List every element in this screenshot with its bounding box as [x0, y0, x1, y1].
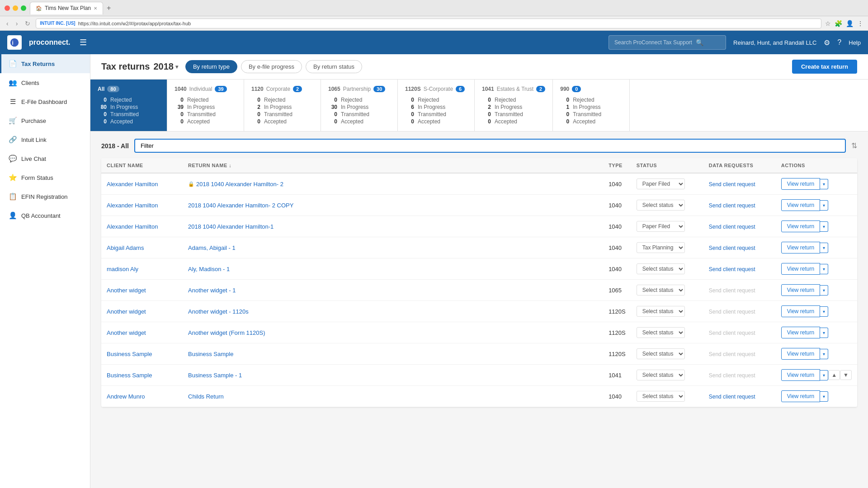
settings-icon[interactable]: ⚙ — [824, 38, 830, 47]
status-select[interactable]: Select statusSelect statusPaper FiledTax… — [637, 200, 685, 211]
view-return-dropdown-button[interactable]: ▾ — [820, 285, 828, 296]
client-link[interactable]: Alexander Hamilton — [107, 181, 158, 188]
return-name-link[interactable]: Another widget (Form 1120S) — [188, 329, 598, 336]
view-return-dropdown-button[interactable]: ▾ — [820, 391, 828, 402]
sidebar-item-efile-dashboard[interactable]: ☰E-File Dashboard — [0, 92, 90, 111]
view-return-button[interactable]: View return — [781, 221, 820, 232]
status-select[interactable]: Select statusSelect statusPaper FiledTax… — [637, 327, 685, 338]
client-link[interactable]: Alexander Hamilton — [107, 202, 158, 209]
create-tax-return-button[interactable]: Create tax return — [792, 60, 857, 74]
status-select[interactable]: Select statusSelect statusPaper FiledTax… — [637, 263, 685, 274]
view-return-button[interactable]: View return — [781, 263, 820, 275]
send-client-request-link[interactable]: Send client request — [709, 181, 755, 188]
view-return-button[interactable]: View return — [781, 390, 820, 402]
view-return-dropdown-button[interactable]: ▾ — [820, 328, 828, 338]
status-select[interactable]: Select statusPaper FiledTax PlanningIn P… — [637, 221, 685, 232]
sidebar-item-form-status[interactable]: ⭐Form Status — [0, 168, 90, 187]
extension-icon[interactable]: 🧩 — [835, 20, 842, 27]
help-button[interactable]: Help — [849, 39, 861, 46]
browser-tab[interactable]: 🏠 Tims New Tax Plan ✕ — [30, 2, 103, 14]
send-client-request-link[interactable]: Send client request — [709, 224, 755, 230]
view-return-dropdown-button[interactable]: ▾ — [820, 243, 828, 253]
send-client-request-link[interactable]: Send client request — [709, 266, 755, 272]
return-name-link[interactable]: Business Sample - 1 — [188, 372, 598, 379]
send-client-request-link[interactable]: Send client request — [709, 202, 755, 209]
client-link[interactable]: Business Sample — [107, 351, 152, 357]
summary-card-1065[interactable]: 1065 Partnership 30 0 Rejected 30 In Pro… — [321, 80, 398, 131]
return-name-link[interactable]: Another widget - 1 — [188, 287, 598, 294]
minimize-dot[interactable] — [13, 5, 18, 11]
view-return-dropdown-button[interactable]: ▾ — [820, 200, 828, 211]
client-link[interactable]: Another widget — [107, 287, 146, 294]
summary-card-1040[interactable]: 1040 Individual 39 0 Rejected 39 In Prog… — [167, 80, 244, 131]
year-dropdown-button[interactable]: 2018 ▾ — [153, 61, 178, 72]
view-return-dropdown-button[interactable]: ▾ — [820, 264, 828, 274]
scroll-down-button[interactable]: ▼ — [840, 370, 852, 380]
status-select[interactable]: Select statusSelect statusPaper FiledTax… — [637, 306, 685, 317]
client-link[interactable]: Another widget — [107, 329, 146, 336]
view-return-button[interactable]: View return — [781, 199, 820, 211]
filter-input[interactable] — [134, 139, 846, 153]
return-name-link[interactable]: 2018 1040 Alexander Hamilton-1 — [188, 223, 598, 230]
view-return-button[interactable]: View return — [781, 369, 820, 381]
forward-button[interactable]: › — [14, 19, 20, 28]
view-return-button[interactable]: View return — [781, 305, 820, 317]
view-return-dropdown-button[interactable]: ▾ — [820, 306, 828, 317]
return-name-link[interactable]: Adams, Abigail - 1 — [188, 244, 598, 251]
new-tab-button[interactable]: + — [107, 4, 111, 12]
search-icon[interactable]: 🔍 — [696, 39, 703, 46]
send-client-request-link[interactable]: Send client request — [709, 394, 755, 400]
client-link[interactable]: madison Aly — [107, 266, 138, 272]
filter-tab-by-return-status[interactable]: By return status — [306, 60, 362, 73]
view-return-dropdown-button[interactable]: ▾ — [820, 179, 828, 189]
status-select[interactable]: Select statusSelect statusPaper FiledTax… — [637, 370, 685, 380]
view-return-button[interactable]: View return — [781, 327, 820, 338]
hamburger-button[interactable]: ☰ — [80, 38, 87, 47]
view-return-button[interactable]: View return — [781, 178, 820, 190]
client-link[interactable]: Alexander Hamilton — [107, 223, 158, 230]
filter-tab-by-efile-progress[interactable]: By e-file progress — [241, 60, 302, 73]
address-bar[interactable]: INTUIT INC. [US] https://ito.intuit.com/… — [36, 19, 821, 28]
sidebar-item-intuit-link[interactable]: 🔗Intuit Link — [0, 130, 90, 149]
return-name-link[interactable]: Childs Return — [188, 393, 598, 400]
summary-card-1120s[interactable]: 1120S S-Corporate 6 0 Rejected 6 In Prog… — [398, 80, 475, 131]
view-return-dropdown-button[interactable]: ▾ — [820, 349, 828, 359]
back-button[interactable]: ‹ — [5, 19, 10, 28]
summary-card-1120[interactable]: 1120 Corporate 2 0 Rejected 2 In Progres… — [244, 80, 321, 131]
return-name-link[interactable]: 2018 1040 Alexander Hamilton- 2 COPY — [188, 202, 598, 209]
col-header-return[interactable]: RETURN NAME ↓ — [183, 158, 603, 173]
return-name-link[interactable]: Aly, Madison - 1 — [188, 266, 598, 272]
client-link[interactable]: Business Sample — [107, 372, 152, 379]
status-select[interactable]: Select statusPaper FiledTax PlanningIn P… — [637, 242, 685, 253]
summary-card-990[interactable]: 990 0 0 Rejected 1 In Progress 0 Transmi… — [553, 80, 630, 131]
filter-tab-by-return-type[interactable]: By return type — [185, 60, 237, 73]
view-return-button[interactable]: View return — [781, 348, 820, 360]
view-return-button[interactable]: View return — [781, 242, 820, 253]
client-link[interactable]: Another widget — [107, 308, 146, 315]
status-select[interactable]: Select statusSelect statusPaper FiledTax… — [637, 391, 685, 402]
view-return-dropdown-button[interactable]: ▾ — [820, 370, 828, 380]
close-dot[interactable] — [5, 5, 10, 11]
header-search-bar[interactable]: Search ProConnect Tax Support 🔍 — [609, 35, 726, 50]
fullscreen-dot[interactable] — [21, 5, 26, 11]
bookmark-icon[interactable]: ☆ — [825, 20, 831, 27]
summary-card-1041[interactable]: 1041 Estates & Trust 2 0 Rejected 2 In P… — [475, 80, 553, 131]
profile-icon[interactable]: 👤 — [846, 20, 854, 27]
view-return-button[interactable]: View return — [781, 284, 820, 296]
sort-icon[interactable]: ⇅ — [851, 141, 857, 150]
tab-close-icon[interactable]: ✕ — [94, 6, 97, 11]
client-link[interactable]: Abigail Adams — [107, 244, 144, 251]
return-name-link[interactable]: Another widget - 1120s — [188, 308, 598, 315]
sidebar-item-live-chat[interactable]: 💬Live Chat — [0, 149, 90, 168]
status-select[interactable]: Select statusSelect statusPaper FiledTax… — [637, 285, 685, 296]
summary-card-all[interactable]: All 80 0 Rejected 80 In Progress 0 Trans… — [90, 80, 167, 131]
col-header-client[interactable]: CLIENT NAME — [101, 158, 183, 173]
send-client-request-link[interactable]: Send client request — [709, 245, 755, 251]
sidebar-item-clients[interactable]: 👥Clients — [0, 73, 90, 92]
sidebar-item-qb-accountant[interactable]: 👤QB Accountant — [0, 206, 90, 225]
refresh-button[interactable]: ↻ — [23, 19, 32, 28]
client-link[interactable]: Andrew Munro — [107, 393, 145, 400]
status-select[interactable]: Select statusPaper FiledTax PlanningIn P… — [637, 178, 685, 189]
scroll-up-button[interactable]: ▲ — [828, 370, 840, 380]
sidebar-item-efin-registration[interactable]: 📋EFIN Registration — [0, 187, 90, 206]
